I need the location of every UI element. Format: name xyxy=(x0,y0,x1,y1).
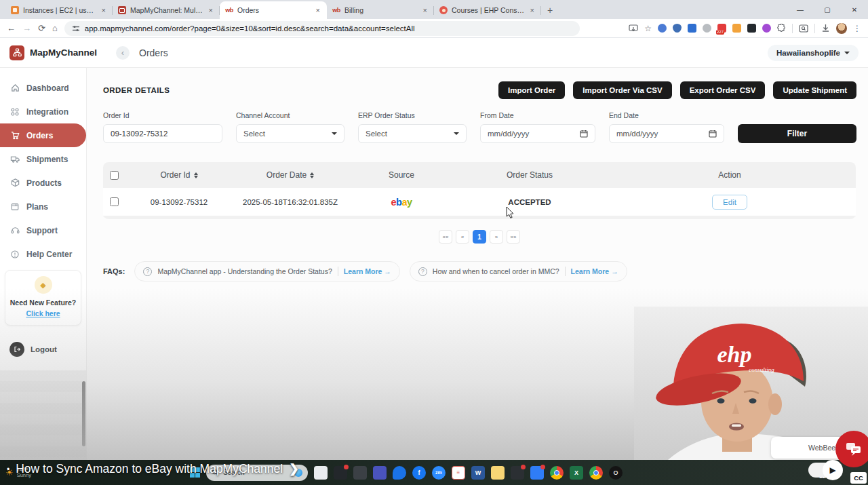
sidebar-item-products[interactable]: Products xyxy=(0,171,86,195)
tab-orders-active[interactable]: wb Orders × xyxy=(220,1,327,19)
taskbar-facebook-icon[interactable]: f xyxy=(412,466,426,480)
taskbar-notes-icon[interactable]: ≡ xyxy=(452,466,465,480)
taskbar-app-icon[interactable] xyxy=(353,466,367,480)
extension-download-icon[interactable] xyxy=(762,24,771,33)
back-icon[interactable]: ← xyxy=(7,23,16,33)
downloads-icon[interactable] xyxy=(821,24,830,33)
page-1-button[interactable]: 1 xyxy=(473,230,486,244)
learn-more-link[interactable]: Learn More → xyxy=(344,267,391,275)
taskbar-mic-icon[interactable] xyxy=(511,466,524,480)
sidebar-item-support[interactable]: Support xyxy=(0,218,86,242)
back-button[interactable]: ‹ xyxy=(116,46,130,60)
close-icon[interactable]: ✕ xyxy=(841,6,868,14)
chat-bubble[interactable]: WebBee! xyxy=(771,437,844,459)
reload-icon[interactable]: ⟳ xyxy=(38,23,45,33)
play-icon[interactable]: ▶ xyxy=(823,460,843,480)
filter-button[interactable]: Filter xyxy=(738,124,856,143)
tab-close-icon[interactable]: × xyxy=(422,6,429,14)
learn-more-link[interactable]: Learn More → xyxy=(571,267,618,275)
address-bar[interactable]: app.mapmychannel.com/order?page=0&size=1… xyxy=(64,21,580,36)
prev-page-button[interactable]: « xyxy=(456,230,469,244)
taskbar-chrome-icon[interactable] xyxy=(550,466,564,480)
row-checkbox[interactable] xyxy=(110,197,119,206)
logout-button[interactable]: Logout xyxy=(0,342,86,357)
home-icon[interactable]: ⌂ xyxy=(52,23,58,33)
extension-magnifier-icon[interactable] xyxy=(703,24,711,33)
last-page-button[interactable]: »» xyxy=(507,230,520,244)
taskbar-teams-icon[interactable] xyxy=(373,466,387,480)
tab-courses[interactable]: Courses | EHP Consulting × xyxy=(434,1,541,19)
save-share-icon[interactable] xyxy=(629,24,638,33)
taskbar-obs-icon[interactable] xyxy=(334,466,347,480)
extension-icon[interactable] xyxy=(688,24,696,33)
sidebar-item-help-center[interactable]: Help Center xyxy=(0,242,86,266)
sidebar-scrollbar[interactable] xyxy=(82,381,85,446)
first-page-button[interactable]: «« xyxy=(439,230,452,244)
export-order-csv-button[interactable]: Export Order CSV xyxy=(680,81,766,99)
taskbar-opera-icon[interactable]: O xyxy=(609,466,623,480)
extension-shield-icon[interactable] xyxy=(673,24,682,33)
taskbar-chrome-icon[interactable] xyxy=(589,466,603,480)
closed-captions-badge[interactable]: CC xyxy=(850,472,867,484)
next-page-button[interactable]: » xyxy=(490,230,503,244)
calendar-icon[interactable] xyxy=(580,130,588,138)
faq-card-order-status[interactable]: ? MapMyChannel app - Understanding the O… xyxy=(134,261,399,282)
search-sidebar-icon[interactable] xyxy=(799,24,808,33)
extension-icon[interactable] xyxy=(658,24,667,33)
minimize-icon[interactable]: — xyxy=(787,6,814,14)
tab-ec2[interactable]: Instances | EC2 | us-west-2 × xyxy=(5,1,113,19)
chat-launcher-button[interactable] xyxy=(835,431,868,467)
tab-mapmychannel[interactable]: MapMyChannel: Multi-Channel × xyxy=(113,1,220,19)
tab-close-icon[interactable]: × xyxy=(208,6,214,14)
account-selector[interactable]: Hawaiianshoplife xyxy=(768,45,859,61)
taskbar-camera-icon[interactable] xyxy=(530,466,544,480)
taskbar-shield-icon[interactable] xyxy=(393,466,406,480)
sidebar-item-integration[interactable]: Integration xyxy=(0,100,86,123)
feature-click-here-link[interactable]: Click here xyxy=(26,309,60,317)
taskbar-excel-icon[interactable]: X xyxy=(570,466,583,480)
sidebar-item-plans[interactable]: Plans xyxy=(0,195,86,218)
calendar-icon[interactable] xyxy=(709,130,717,138)
site-settings-icon[interactable] xyxy=(72,24,80,33)
profile-avatar[interactable] xyxy=(836,23,847,34)
update-shipment-button[interactable]: Update Shipment xyxy=(773,81,856,99)
column-order-date[interactable]: Order Date xyxy=(233,170,347,180)
from-date-label: From Date xyxy=(480,111,595,119)
import-order-csv-button[interactable]: Import Order Via CSV xyxy=(573,81,671,99)
edit-button[interactable]: Edit xyxy=(712,195,747,210)
extensions-puzzle-icon[interactable] xyxy=(777,24,786,33)
sidebar-item-dashboard[interactable]: Dashboard xyxy=(0,76,86,100)
taskbar-file-explorer-icon[interactable] xyxy=(314,466,328,480)
taskbar-word-icon[interactable]: W xyxy=(471,466,485,480)
video-title-overlay[interactable]: • How to Sync Amazon to eBay with MapMyC… xyxy=(7,462,299,476)
column-order-id[interactable]: Order Id xyxy=(125,170,233,180)
taskbar-zoom-icon[interactable]: zm xyxy=(432,466,446,480)
taskbar-folder-icon[interactable] xyxy=(491,466,505,480)
sidebar-item-label: Integration xyxy=(26,107,68,117)
order-id-input[interactable] xyxy=(103,124,222,143)
erp-order-status-select[interactable]: Select xyxy=(358,124,467,143)
tab-billing[interactable]: wb Billing × xyxy=(327,1,434,19)
sort-icon[interactable] xyxy=(310,172,314,178)
from-date-input[interactable]: mm/dd/yyyy xyxy=(480,124,595,143)
select-all-checkbox[interactable] xyxy=(110,171,119,180)
extension-calendar-icon[interactable]: 227 xyxy=(717,24,726,33)
maximize-icon[interactable]: ▢ xyxy=(814,6,841,14)
bookmark-star-icon[interactable]: ☆ xyxy=(644,24,652,33)
browser-menu-icon[interactable]: ⋮ xyxy=(853,24,861,33)
forward-icon[interactable]: → xyxy=(22,23,31,33)
sidebar-item-shipments[interactable]: Shipments xyxy=(0,147,86,171)
channel-account-select[interactable]: Select xyxy=(236,124,344,143)
tab-close-icon[interactable]: × xyxy=(315,6,321,14)
tab-close-icon[interactable]: × xyxy=(529,6,536,14)
end-date-input[interactable]: mm/dd/yyyy xyxy=(609,124,724,143)
sidebar-item-orders[interactable]: Orders xyxy=(0,123,86,147)
faq-card-cancel-order[interactable]: ? How and when to cancel order in MMC? L… xyxy=(410,261,627,282)
tab-close-icon[interactable]: × xyxy=(100,6,107,14)
extension-icon[interactable] xyxy=(732,24,741,33)
sort-icon[interactable] xyxy=(194,172,198,178)
extension-icon[interactable] xyxy=(747,24,756,33)
autoplay-toggle[interactable]: ▶ xyxy=(808,463,840,478)
import-order-button[interactable]: Import Order xyxy=(498,81,565,99)
new-tab-button[interactable]: + xyxy=(541,1,559,19)
